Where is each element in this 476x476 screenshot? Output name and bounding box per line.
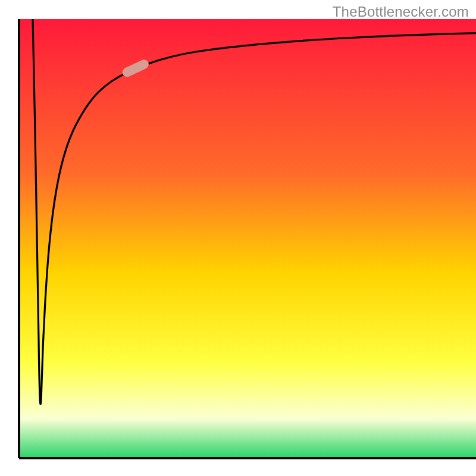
chart-svg xyxy=(0,0,476,476)
chart-container: TheBottlenecker.com xyxy=(0,0,476,476)
plot-area xyxy=(19,19,476,458)
gradient-background xyxy=(19,19,476,458)
